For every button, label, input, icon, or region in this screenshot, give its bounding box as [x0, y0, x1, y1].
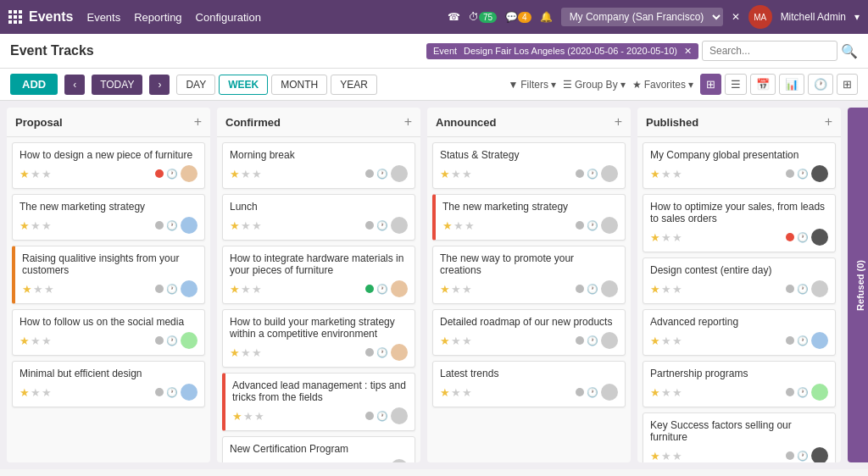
card-stars[interactable]: ★★★ [440, 283, 472, 296]
card-confirmed-1[interactable]: Lunch ★★★ 🕐 [222, 194, 415, 241]
card-footer: ★★★ 🕐 [230, 165, 408, 182]
card-published-5[interactable]: Key Success factors selling our furnitur… [643, 412, 836, 462]
clock-icon: 🕐 [797, 169, 809, 180]
card-meta: 🕐 [155, 217, 198, 234]
group-by-button[interactable]: ☰ Group By ▾ [563, 79, 626, 91]
card-stars[interactable]: ★★★ [650, 231, 682, 244]
clock-view-button[interactable]: 🕐 [808, 74, 833, 95]
tab-month[interactable]: MONTH [271, 75, 327, 95]
nav-reporting[interactable]: Reporting [134, 11, 181, 24]
filter-tag[interactable]: Event Design Fair Los Angeles (2020-05-0… [426, 43, 698, 59]
company-select[interactable]: My Company (San Francisco) [561, 8, 723, 26]
col-cards-proposal: How to design a new piece of furniture ★… [7, 137, 210, 462]
card-stars[interactable]: ★★★ [442, 219, 475, 232]
card-proposal-4[interactable]: Minimal but efficient design ★★★ 🕐 [12, 361, 205, 407]
nav-configuration[interactable]: Configuration [196, 11, 261, 24]
col-add-published[interactable]: + [825, 114, 832, 130]
card-stars[interactable]: ★★★ [440, 386, 472, 399]
card-stars[interactable]: ★★★ [650, 283, 682, 296]
card-published-3[interactable]: Advanced reporting ★★★ 🕐 [643, 309, 836, 356]
favorites-button[interactable]: ★ Favorites ▾ [632, 79, 693, 91]
card-published-4[interactable]: Partnership programs ★★★ 🕐 [643, 361, 836, 407]
grid-icon[interactable] [8, 10, 22, 24]
card-stars[interactable]: ★★★ [19, 168, 52, 180]
card-stars[interactable]: ★★★ [440, 168, 472, 180]
star-0: ★ [650, 283, 660, 296]
status-dot [365, 348, 374, 357]
list-view-button[interactable]: ☰ [725, 74, 747, 95]
user-menu-icon[interactable]: ▾ [854, 11, 860, 23]
card-stars[interactable]: ★★★ [650, 335, 682, 347]
avatar[interactable]: MA [748, 5, 772, 29]
card-confirmed-2[interactable]: How to integrate hardware materials in y… [222, 246, 415, 304]
card-proposal-3[interactable]: How to follow us on the social media ★★★… [12, 309, 205, 356]
card-proposal-1[interactable]: The new marketing strategy ★★★ 🕐 [12, 194, 205, 241]
card-confirmed-0[interactable]: Morning break ★★★ 🕐 [222, 142, 415, 189]
card-avatar [391, 407, 408, 424]
calendar-view-button[interactable]: 📅 [750, 74, 776, 95]
card-stars[interactable]: ★★★ [230, 346, 262, 359]
timer-widget[interactable]: ⏱ 75 [469, 11, 497, 23]
close-icon[interactable]: ✕ [732, 11, 740, 23]
pivot-view-button[interactable]: ⊞ [837, 74, 858, 95]
card-stars[interactable]: ★★★ [230, 283, 262, 296]
card-proposal-0[interactable]: How to design a new piece of furniture ★… [12, 142, 205, 189]
card-stars[interactable]: ★★★ [650, 386, 682, 399]
card-announced-1[interactable]: The new marketing strategy ★★★ 🕐 [432, 194, 626, 241]
card-announced-2[interactable]: The new way to promote your creations ★★… [432, 246, 626, 304]
status-dot [155, 336, 164, 345]
card-footer: ★★★ 🕐 [442, 217, 618, 234]
card-published-0[interactable]: My Company global presentation ★★★ 🕐 [643, 142, 836, 189]
card-announced-4[interactable]: Latest trends ★★★ 🕐 [432, 361, 626, 407]
tab-week[interactable]: WEEK [219, 75, 268, 95]
search-button[interactable]: 🔍 [841, 43, 858, 59]
nav-events[interactable]: Events [86, 11, 120, 24]
col-add-proposal[interactable]: + [194, 114, 202, 130]
col-add-confirmed[interactable]: + [404, 114, 412, 130]
card-stars[interactable]: ★★★ [230, 462, 262, 463]
kanban-col-refused[interactable]: Refused (0) [848, 108, 868, 462]
add-button[interactable]: ADD [10, 74, 58, 95]
tab-year[interactable]: YEAR [331, 75, 377, 95]
chat-widget[interactable]: 💬 4 [505, 11, 531, 23]
star-0: ★ [230, 462, 240, 463]
star-0: ★ [19, 168, 30, 180]
card-announced-3[interactable]: Detailed roadmap of our new products ★★★… [432, 309, 626, 356]
notifications-icon[interactable]: 🔔 [540, 11, 553, 23]
status-dot [155, 221, 164, 230]
card-announced-0[interactable]: Status & Strategy ★★★ 🕐 [432, 142, 626, 189]
star-2: ★ [252, 462, 262, 463]
filter-tag-value: Design Fair Los Angeles (2020-05-06 - 20… [464, 46, 677, 56]
nav-next-button[interactable]: › [149, 75, 170, 95]
col-add-announced[interactable]: + [615, 114, 622, 130]
card-stars[interactable]: ★★★ [22, 283, 54, 296]
card-published-1[interactable]: How to optimize your sales, from leads t… [643, 194, 836, 252]
tab-day[interactable]: DAY [176, 75, 215, 95]
card-stars[interactable]: ★★★ [19, 386, 52, 399]
card-stars[interactable]: ★★★ [232, 410, 264, 423]
card-stars[interactable]: ★★★ [230, 219, 262, 232]
star-1: ★ [243, 410, 253, 423]
clock-icon: 🕐 [797, 284, 809, 295]
card-confirmed-4[interactable]: Advanced lead management : tips and tric… [222, 373, 415, 431]
card-stars[interactable]: ★★★ [19, 335, 52, 347]
card-confirmed-3[interactable]: How to build your marketing strategy wit… [222, 309, 415, 368]
card-stars[interactable]: ★★★ [650, 450, 682, 462]
star-1: ★ [241, 346, 251, 359]
search-input[interactable] [702, 41, 837, 61]
filters-button[interactable]: ▼ Filters ▾ [508, 79, 556, 91]
card-proposal-2[interactable]: Raising qualitive insights from your cus… [12, 246, 205, 304]
card-stars[interactable]: ★★★ [650, 168, 682, 180]
kanban-view-button[interactable]: ⊞ [700, 74, 721, 95]
card-published-2[interactable]: Design contest (entire day) ★★★ 🕐 [643, 257, 836, 304]
filter-tag-remove[interactable]: ✕ [684, 46, 692, 57]
card-stars[interactable]: ★★★ [230, 168, 262, 180]
card-stars[interactable]: ★★★ [440, 335, 472, 347]
card-stars[interactable]: ★★★ [19, 219, 52, 232]
phone-icon[interactable]: ☎ [448, 11, 460, 23]
nav-today-button[interactable]: TODAY [92, 75, 142, 95]
chart-view-button[interactable]: 📊 [779, 74, 804, 95]
card-confirmed-5[interactable]: New Certification Program ★★★ 🕐 [222, 436, 415, 462]
star-2: ★ [42, 219, 52, 232]
nav-prev-button[interactable]: ‹ [64, 75, 85, 95]
